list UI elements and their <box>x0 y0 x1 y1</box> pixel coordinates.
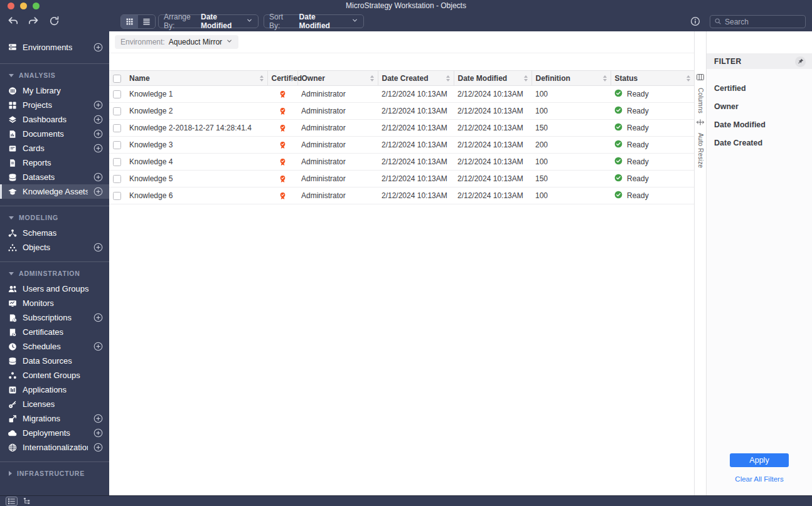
forward-icon[interactable] <box>28 16 39 29</box>
section-header-analysis[interactable]: ANALYSIS <box>0 67 109 83</box>
sidebar-item-objects[interactable]: Objects <box>0 240 109 255</box>
grid-view-button[interactable] <box>121 15 138 28</box>
sidebar-item-migrations[interactable]: Migrations <box>0 411 109 426</box>
sidebar-item-content-groups[interactable]: Content Groups <box>0 368 109 382</box>
column-header-definition[interactable]: Definition <box>532 71 611 86</box>
row-checkbox[interactable] <box>113 107 121 115</box>
add-icon[interactable] <box>93 115 103 124</box>
row-checkbox[interactable] <box>113 90 121 98</box>
add-icon[interactable] <box>93 428 103 438</box>
row-checkbox[interactable] <box>113 141 121 149</box>
row-checkbox[interactable] <box>113 175 121 183</box>
close-button[interactable] <box>8 3 14 9</box>
sort-by-dropdown[interactable]: Sort By: Date Modified <box>264 14 364 28</box>
sidebar-item-applications[interactable]: Applications <box>0 382 109 397</box>
arrange-by-dropdown[interactable]: Arrange By: Date Modified <box>158 14 259 28</box>
sidebar-item-dashboards[interactable]: Dashboards <box>0 112 109 127</box>
sidebar-item-users-and-groups[interactable]: Users and Groups <box>0 282 109 296</box>
sidebar-item-subscriptions[interactable]: Subscriptions <box>0 310 109 325</box>
info-icon[interactable] <box>690 16 700 29</box>
sidebar-item-deployments[interactable]: Deployments <box>0 426 109 440</box>
select-all-checkbox[interactable] <box>113 75 121 83</box>
row-checkbox[interactable] <box>113 192 121 200</box>
back-icon[interactable] <box>8 16 18 29</box>
dashboards-icon <box>8 115 17 124</box>
sidebar-item-certificates[interactable]: Certificates <box>0 325 109 339</box>
column-header-owner[interactable]: Owner <box>297 71 378 86</box>
add-icon[interactable] <box>93 43 103 52</box>
table-row[interactable]: Knowledge 2-2018-12-27 14:28:41.4Adminis… <box>109 120 694 137</box>
table-row[interactable]: Knowledge 5Administrator2/12/2024 10:13A… <box>109 171 694 187</box>
add-icon[interactable] <box>93 243 103 252</box>
columns-tool[interactable]: Columns <box>696 73 705 113</box>
subscriptions-icon <box>8 314 17 322</box>
search-input[interactable] <box>725 18 801 26</box>
add-icon[interactable] <box>93 414 103 423</box>
sort-arrows-icon[interactable] <box>686 75 690 82</box>
sidebar-item-datasets[interactable]: Datasets <box>0 170 109 184</box>
table-row[interactable]: Knowledge 2Administrator2/12/2024 10:13A… <box>109 103 694 120</box>
column-header-certified[interactable]: Certified <box>267 71 297 86</box>
sort-arrows-icon[interactable] <box>260 75 264 82</box>
pin-filter-button[interactable] <box>795 56 806 67</box>
list-view-button[interactable] <box>138 15 155 28</box>
minimize-button[interactable] <box>20 3 27 9</box>
refresh-icon[interactable] <box>49 16 60 29</box>
sidebar-item-schedules[interactable]: Schedules <box>0 339 109 354</box>
environment-value: Aqueduct Mirror <box>169 38 222 46</box>
sort-arrows-icon[interactable] <box>446 75 450 82</box>
table-row[interactable]: Knowledge 1Administrator2/12/2024 10:13A… <box>109 86 694 103</box>
column-header-date-created[interactable]: Date Created <box>378 71 454 86</box>
tree-view-toggle[interactable] <box>22 497 33 505</box>
sidebar-item-my-library[interactable]: My Library <box>0 83 109 98</box>
sidebar-item-internationalization[interactable]: Internationalization <box>0 440 109 455</box>
add-icon[interactable] <box>93 313 103 322</box>
filter-item-owner[interactable]: Owner <box>714 97 804 115</box>
environment-dropdown[interactable]: Environment: Aqueduct Mirror <box>115 35 238 49</box>
add-icon[interactable] <box>93 342 103 351</box>
cell-name: Knowledge 2-2018-12-27 14:28:41.4 <box>126 120 267 137</box>
row-checkbox[interactable] <box>113 158 121 166</box>
row-checkbox[interactable] <box>113 124 121 132</box>
smart-list-toggle[interactable] <box>6 497 17 505</box>
sidebar-item-environments[interactable]: Environments <box>0 38 109 56</box>
clear-all-filters-link[interactable]: Clear All Filters <box>735 475 783 483</box>
column-header-name[interactable]: Name <box>126 71 267 86</box>
add-icon[interactable] <box>93 129 103 139</box>
section-header-adminstration[interactable]: ADMINSTRATION <box>0 265 109 282</box>
section-header-infrastructure[interactable]: INFRASTRUCTURE <box>0 465 109 482</box>
apply-button[interactable]: Apply <box>730 453 789 467</box>
sidebar-item-schemas[interactable]: Schemas <box>0 226 109 240</box>
table-row[interactable]: Knowledge 6Administrator2/12/2024 10:13A… <box>109 187 694 204</box>
add-icon[interactable] <box>93 144 103 153</box>
add-icon[interactable] <box>93 172 103 182</box>
sidebar-item-data-sources[interactable]: Data Sources <box>0 354 109 368</box>
sidebar-item-label: Reports <box>23 158 51 167</box>
filter-item-date-created[interactable]: Date Created <box>714 134 804 152</box>
sidebar: EnvironmentsANALYSISMy LibraryProjectsDa… <box>0 31 109 495</box>
table-row[interactable]: Knowledge 4Administrator2/12/2024 10:13A… <box>109 154 694 171</box>
sidebar-item-projects[interactable]: Projects <box>0 98 109 112</box>
add-icon[interactable] <box>93 443 103 452</box>
add-icon[interactable] <box>93 187 103 196</box>
sidebar-item-documents[interactable]: Documents <box>0 127 109 141</box>
sidebar-item-cards[interactable]: Cards <box>0 141 109 155</box>
sort-arrows-icon[interactable] <box>524 75 528 82</box>
column-header-status[interactable]: Status <box>611 71 694 86</box>
section-header-modeling[interactable]: MODELING <box>0 209 109 226</box>
sidebar-item-licenses[interactable]: Licenses <box>0 397 109 411</box>
filter-item-certified[interactable]: Certified <box>714 79 804 97</box>
sidebar-item-label: Subscriptions <box>23 313 72 322</box>
table-row[interactable]: Knowledge 3Administrator2/12/2024 10:13A… <box>109 137 694 154</box>
sidebar-item-reports[interactable]: Reports <box>0 155 109 170</box>
sort-arrows-icon[interactable] <box>603 75 607 82</box>
sort-arrows-icon[interactable] <box>290 75 294 82</box>
zoom-button[interactable] <box>33 3 40 9</box>
sidebar-item-knowledge-assets[interactable]: Knowledge Assets <box>0 184 109 199</box>
sort-arrows-icon[interactable] <box>370 75 374 82</box>
auto-resize-tool[interactable]: Auto Resize <box>696 118 705 168</box>
filter-item-date-modified[interactable]: Date Modified <box>714 115 804 134</box>
add-icon[interactable] <box>93 100 103 110</box>
sidebar-item-monitors[interactable]: Monitors <box>0 296 109 310</box>
column-header-date-modified[interactable]: Date Modified <box>454 71 532 86</box>
